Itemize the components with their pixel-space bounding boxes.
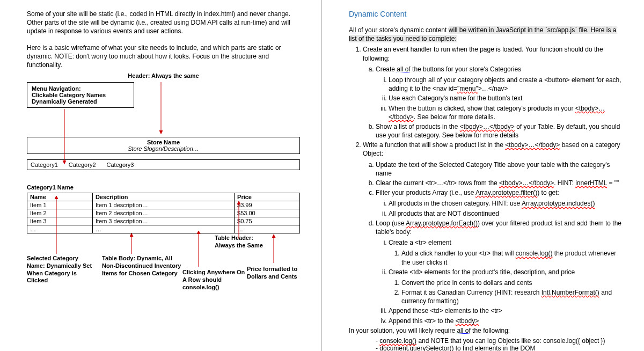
th-price: Price	[235, 193, 300, 201]
task-2d-iv: Append this <tr> to the <tbody>	[389, 317, 623, 325]
wf-store-box: Store Name Store Slogan/Description…	[27, 137, 300, 154]
table-row: Item 1 Item 1 description… $3.99	[27, 201, 300, 209]
task-2d-ii: Create <td> elements for the product's t…	[389, 268, 623, 306]
task-2a: Update the text of the Selected Category…	[376, 160, 623, 178]
task-1a-i: Loop through all of your category object…	[389, 76, 623, 93]
th-desc: Description	[92, 193, 234, 201]
task-2d-ii-2: Format it as Canadian Currency (HINT: re…	[401, 288, 623, 305]
api-item: console.log() and NOTE that you can log …	[376, 337, 623, 345]
wf-cat2: Category2	[69, 162, 96, 168]
wf-nav-annot-l1: Menu Navigation:	[32, 85, 129, 92]
wf-header-annot: Header: Always the same	[27, 72, 300, 79]
task-2: Write a function that will show a produc…	[363, 141, 623, 325]
task-2d-i-1: Add a click handler to your <tr> that wi…	[401, 249, 623, 266]
wf-nav-annot: Menu Navigation: Clickable Category Name…	[27, 82, 134, 108]
wf-products-table: Name Description Price Item 1 Item 1 des…	[27, 193, 300, 233]
task-2d-iii: Append these <td> elements to the <tr>	[389, 306, 623, 315]
table-row: Item 3 Item 3 description… $0.75	[27, 217, 300, 225]
table-row: … … …	[27, 225, 300, 233]
wf-nav-annot-l2: Clickable Category Names	[32, 92, 129, 98]
ann-table-body: Table Body: Dynamic, All Non-Discontinue…	[102, 255, 182, 277]
task-1a: Create all of the buttons for your store…	[376, 65, 623, 121]
wf-cat1: Category1	[31, 162, 58, 168]
api-item: document.querySelector() to find element…	[376, 345, 623, 351]
task-2d: Loop (use Array.prototype.forEach()) ove…	[376, 219, 623, 325]
task-1: Create an event handler to run when the …	[363, 45, 623, 140]
task-1a-ii: Use each Category's name for the button'…	[389, 94, 623, 103]
task-1a-iii: When the button is clicked, show that ca…	[389, 104, 623, 121]
task-2d-ii-1: Convert the price in cents to dollars an…	[401, 279, 623, 287]
wf-cat3: Category3	[107, 162, 134, 168]
task-2c: Filter your products Array (i.e., use Ar…	[376, 188, 623, 218]
table-row: Item 2 Item 2 description… $53.00	[27, 209, 300, 217]
mid-para: In your solution, you will likely requir…	[349, 326, 623, 335]
table-header-row: Name Description Price	[27, 193, 300, 201]
wf-category-menu: Category1 Category2 Category3	[27, 159, 300, 170]
wireframe: Header: Always the same Menu Navigation:…	[27, 72, 300, 303]
api-list: console.log() and NOTE that you can log …	[349, 337, 623, 351]
wf-store-name: Store Name	[27, 139, 299, 145]
ann-price-format: Price formatted to Dollars and Cents	[247, 266, 306, 281]
wf-nav-annot-l3: Dynamically Generated	[32, 98, 129, 105]
wf-selected-category-title: Category1 Name	[27, 184, 300, 191]
ann-table-header: Table Header: Always the Same	[215, 235, 274, 250]
task-1b: Show a list of products in the <tbody>…<…	[376, 122, 623, 140]
right-intro: All of your store's dynamic content will…	[349, 26, 623, 43]
intro-para-1: Some of your site will be static (i.e., …	[27, 10, 300, 36]
section-heading: Dynamic Content	[349, 10, 623, 18]
wf-store-slogan: Store Slogan/Description…	[27, 145, 299, 152]
task-2c-i: All products in the chosen category. HIN…	[389, 199, 623, 208]
right-page: Dynamic Content All of your store's dyna…	[322, 0, 644, 351]
ann-selected-category: Selected Category Name: Dynamically Set …	[27, 255, 97, 284]
task-2c-ii: All products that are NOT discontinued	[389, 209, 623, 218]
left-page: Some of your site will be static (i.e., …	[0, 0, 322, 351]
ann-row-click: Clicking Anywhere On A Row should consol…	[182, 269, 247, 291]
task-2d-i: Create a <tr> element Add a click handle…	[389, 238, 623, 267]
task-list: Create an event handler to run when the …	[349, 45, 623, 325]
intro-para-2: Here is a basic wireframe of what your s…	[27, 43, 300, 70]
wf-annotations: Selected Category Name: Dynamically Set …	[27, 255, 300, 303]
task-2b: Clear the current <tr>…</tr> rows from t…	[376, 179, 623, 187]
th-name: Name	[27, 193, 93, 201]
